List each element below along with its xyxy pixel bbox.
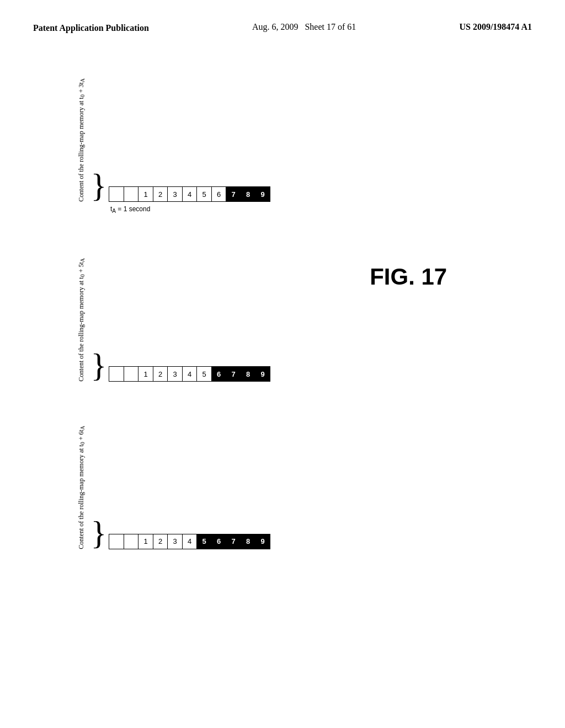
cell-d3-2: 2 (153, 534, 168, 549)
cell-d2-empty-2 (124, 366, 139, 382)
publication-title: Patent Application Publication (33, 22, 149, 34)
diagram-label-3: Content of the rolling-map memory at t0 … (77, 426, 86, 549)
cell-d2-5: 5 (196, 366, 212, 382)
cells-main-1: 1 2 3 4 5 6 7 8 9 (109, 186, 270, 202)
spacer-top-2 (232, 351, 248, 366)
cell-6: 6 (211, 186, 227, 202)
cell-empty-1 (109, 186, 124, 202)
cell-d3-1: 1 (138, 534, 153, 549)
cell-empty-2 (124, 186, 139, 202)
figure-label: FIG. 17 (370, 264, 447, 290)
brace-2: } (90, 349, 106, 382)
cell-4: 4 (182, 186, 198, 202)
diagram-6tA: Content of the rolling-map memory at t0 … (77, 426, 270, 549)
diagram-row-2: Content of the rolling-map memory at t0 … (77, 258, 270, 382)
spacer3-top-1 (203, 518, 218, 534)
cell-d2-6: 6 (211, 366, 227, 382)
diagram-3tA: Content of the rolling-map memory at t0 … (77, 78, 270, 214)
publication-date-sheet: Aug. 6, 2009 Sheet 17 of 61 (252, 22, 356, 32)
cells-main-3: 1 2 3 4 5 6 7 8 9 (109, 534, 270, 549)
spacer3-top-2 (218, 518, 233, 534)
cell-d2-1: 1 (138, 366, 153, 382)
cell-d3-7: 7 (226, 534, 241, 549)
diagram-5tA: Content of the rolling-map memory at t0 … (77, 258, 270, 382)
cell-d3-empty-1 (109, 534, 124, 549)
publication-date: Aug. 6, 2009 (252, 22, 299, 31)
cell-9: 9 (255, 186, 270, 202)
sheet-info: Sheet 17 of 61 (305, 22, 356, 31)
page-header: Patent Application Publication Aug. 6, 2… (0, 0, 565, 45)
cell-d2-7: 7 (226, 366, 241, 382)
cell-3: 3 (167, 186, 183, 202)
cell-d3-6: 6 (211, 534, 227, 549)
cell-2: 2 (153, 186, 168, 202)
cell-d2-empty-1 (109, 366, 124, 382)
cell-5: 5 (196, 186, 212, 202)
bracket-cells-1: } 1 2 3 4 5 6 (90, 169, 270, 202)
bracket-cells-3: } 1 2 (90, 516, 270, 549)
diagram-row-1: Content of the rolling-map memory at t0 … (77, 78, 270, 202)
cell-7: 7 (226, 186, 241, 202)
cell-d3-3: 3 (167, 534, 183, 549)
publication-number: US 2009/198474 A1 (459, 22, 532, 32)
cell-d2-8: 8 (241, 366, 256, 382)
cell-d3-4: 4 (182, 534, 198, 549)
cell-d2-4: 4 (182, 366, 198, 382)
footnote-1: tA = 1 second (110, 205, 270, 214)
cell-d2-3: 3 (167, 366, 183, 382)
cells-top-2 (109, 351, 248, 366)
cell-d3-5: 5 (196, 534, 212, 549)
diagram-row-3: Content of the rolling-map memory at t0 … (77, 426, 270, 549)
cell-1: 1 (138, 186, 153, 202)
cells-top-3 (109, 518, 248, 534)
diagram-label-1: Content of the rolling-map memory at t0 … (77, 78, 86, 202)
cells-main-2: 1 2 3 4 5 6 7 8 9 (109, 366, 270, 382)
cell-8: 8 (241, 186, 256, 202)
spacer-top-1 (218, 351, 233, 366)
cell-d2-2: 2 (153, 366, 168, 382)
bracket-cells-2: } 1 2 3 (90, 349, 270, 382)
cells-wrapper-1: 1 2 3 4 5 6 7 8 9 (109, 186, 270, 202)
cell-d2-9: 9 (255, 366, 270, 382)
main-content: Content of the rolling-map memory at t0 … (0, 45, 565, 571)
cells-wrapper-2: 1 2 3 4 5 6 7 8 9 (109, 351, 270, 382)
cell-d3-8: 8 (241, 534, 256, 549)
brace-1: } (90, 169, 106, 202)
spacer3-top-3 (232, 518, 248, 534)
cell-d3-empty-2 (124, 534, 139, 549)
cell-d3-9: 9 (255, 534, 270, 549)
cells-wrapper-3: 1 2 3 4 5 6 7 8 9 (109, 518, 270, 549)
diagram-label-2: Content of the rolling-map memory at t0 … (77, 258, 86, 382)
brace-3: } (90, 516, 106, 549)
